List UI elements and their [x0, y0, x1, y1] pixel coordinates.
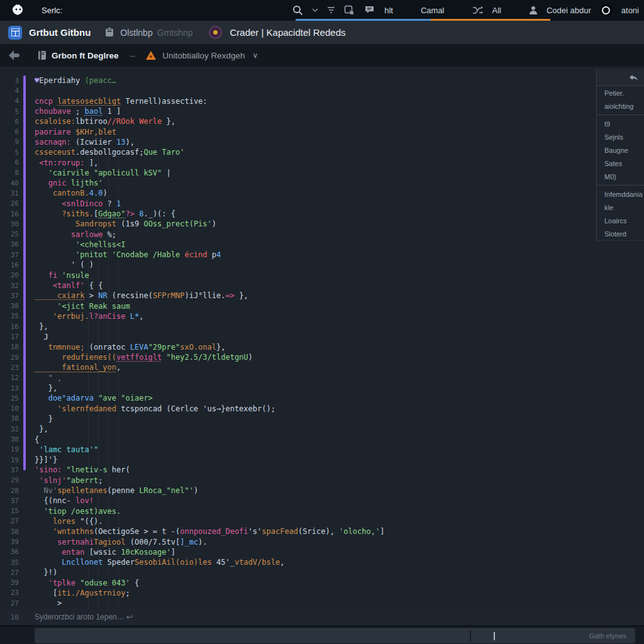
menu-item[interactable]: aiolchting [597, 99, 644, 113]
filter-icon[interactable] [327, 6, 335, 14]
line-number[interactable]: 18 [0, 343, 19, 351]
line-number[interactable]: 32 [0, 282, 19, 290]
chevron-down-icon[interactable]: ∨ [253, 51, 258, 60]
back-arrow-icon[interactable] [8, 50, 21, 61]
line-number[interactable]: 26 [0, 199, 19, 208]
line-number[interactable]: 30 [0, 220, 19, 228]
line-number[interactable]: 37 [0, 497, 19, 505]
tab-all[interactable]: All [492, 6, 501, 15]
atom-label[interactable]: atoni [621, 6, 639, 15]
menu-item[interactable]: Sloterd [597, 227, 644, 240]
line-number[interactable]: 35 [0, 558, 19, 567]
line-number[interactable]: 27 [0, 599, 19, 608]
menu-item[interactable]: Baugne [597, 143, 644, 157]
code-editor[interactable]: 3♥Eperdiahy (peacc…44cncp latesosecbligt… [0, 67, 644, 614]
top-right-controls: hlt Camal All Codei abdur atoni [292, 0, 644, 20]
line-number[interactable]: 10 [0, 613, 19, 621]
line-number[interactable]: 4 [0, 97, 19, 105]
line-number[interactable]: 20 [0, 271, 19, 279]
clipboard-icon[interactable] [104, 27, 114, 38]
line-number[interactable]: 16 [0, 323, 19, 331]
line-number[interactable]: 17 [0, 333, 19, 341]
line-number[interactable]: 36 [0, 548, 19, 556]
line-number[interactable]: 12 [0, 374, 19, 382]
breadcrumb-repo[interactable]: Grbon ft Deglree [52, 51, 119, 60]
menu-item[interactable]: M0) [597, 170, 644, 183]
line-number[interactable]: 16 [0, 261, 19, 269]
line-number[interactable]: 16 [0, 210, 19, 218]
account-label[interactable]: Codei abdur [547, 6, 591, 15]
menu-item[interactable]: Sejnls [597, 130, 644, 143]
chat-icon[interactable] [364, 5, 375, 15]
line-number[interactable]: 23 [0, 364, 19, 372]
menu-item[interactable]: Infemddania [597, 187, 644, 201]
line-number[interactable]: 40 [0, 179, 19, 187]
collapsed-line-text[interactable]: Syderorzbci aroto 1epen… ↩ [19, 613, 133, 621]
reply-arrow-icon[interactable] [629, 74, 638, 81]
line-number[interactable]: 5 [0, 108, 19, 116]
brand-grid-icon[interactable] [8, 26, 22, 40]
line-number[interactable]: 13 [0, 384, 19, 392]
menu-item[interactable]: kle [597, 201, 644, 214]
menu-item[interactable]: Petier. [597, 86, 644, 99]
atom-icon[interactable] [600, 4, 613, 16]
line-number[interactable]: 27 [0, 517, 19, 525]
brand-name[interactable]: Grtbut Gitbnu [29, 27, 91, 38]
search-icon[interactable] [292, 5, 303, 16]
line-number[interactable]: 39 [0, 579, 19, 587]
line-number[interactable]: 8 [0, 169, 19, 177]
menu-item[interactable]: Sates [597, 157, 644, 170]
line-number[interactable]: 38 [0, 528, 19, 536]
app-logo-icon[interactable] [11, 3, 25, 17]
shuffle-icon[interactable] [472, 6, 484, 15]
line-number[interactable]: 19 [0, 445, 19, 453]
line-number[interactable]: 35 [0, 312, 19, 320]
line-number[interactable]: 23 [0, 589, 19, 597]
line-number[interactable]: 37 [0, 292, 19, 300]
line-number[interactable]: 4 [0, 87, 19, 95]
line-number[interactable]: 28 [0, 487, 19, 495]
line-number[interactable]: 6 [0, 118, 19, 126]
line-number[interactable]: 37 [0, 251, 19, 259]
line-number[interactable]: 15 [0, 507, 19, 515]
command-input[interactable]: Gath etynes [35, 628, 635, 643]
menu-item[interactable]: t9 [597, 117, 644, 130]
code-line: 19}}]'} [0, 455, 604, 465]
line-number[interactable]: 6 [0, 158, 19, 167]
user-icon[interactable] [529, 6, 538, 15]
line-number[interactable]: 38 [0, 435, 19, 443]
line-number[interactable]: 38 [0, 414, 19, 423]
code-line: 6csaloise:lbtiroo//ROok Werle }, [0, 116, 604, 126]
menu-item[interactable]: Loaircs [597, 214, 644, 227]
line-number[interactable]: 10 [0, 404, 19, 413]
line-number[interactable]: 36 [0, 240, 19, 248]
menu-app-name[interactable]: Serlc: [42, 6, 62, 15]
line-number[interactable]: 19 [0, 456, 19, 464]
menu-separator [597, 114, 644, 115]
line-number[interactable]: 38 [0, 302, 19, 310]
line-number[interactable]: 9 [0, 138, 19, 146]
code-line: 9sacnaqn: (Icwiier 13), [0, 137, 604, 147]
line-number[interactable]: 5 [0, 148, 19, 157]
chevron-down-icon[interactable] [312, 8, 318, 13]
breadcrumb-status[interactable]: Unitobtialloy Rexdgeh [162, 51, 245, 60]
line-number[interactable]: 6 [0, 128, 19, 136]
line-number[interactable]: 32 [0, 425, 19, 433]
tab-cancel[interactable]: Camal [421, 6, 445, 15]
context-name[interactable]: Olstlnbp [120, 28, 152, 38]
line-number[interactable]: 27 [0, 569, 19, 577]
line-number[interactable]: 25 [0, 230, 19, 238]
line-number[interactable]: 29 [0, 476, 19, 484]
line-number[interactable]: 3 [0, 77, 19, 85]
code-line: 16 ' ( ) [0, 260, 604, 270]
line-number[interactable]: 29 [0, 353, 19, 362]
breadcrumb-separator: -- [130, 51, 136, 60]
line-number[interactable]: 37 [0, 466, 19, 474]
run-title[interactable]: Crader | Kapacidtel Rededs [230, 27, 345, 38]
chat-label[interactable]: hlt [384, 6, 393, 15]
line-number[interactable]: 25 [0, 394, 19, 402]
line-number[interactable]: 39 [0, 538, 19, 546]
line-number[interactable]: 31 [0, 189, 19, 197]
branch-icon[interactable] [344, 5, 355, 15]
code-line: 23 [iti./Agustrnioy; [0, 588, 604, 598]
